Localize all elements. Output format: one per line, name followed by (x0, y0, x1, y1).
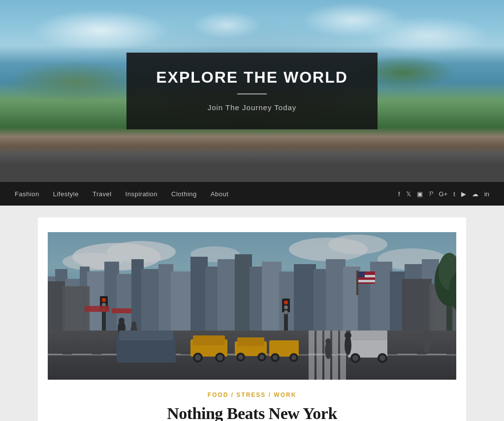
tumblr-icon[interactable]: t (453, 190, 455, 198)
pinterest-icon[interactable]: 𝓟 (429, 190, 433, 198)
nav-item-fashion[interactable]: Fashion (15, 190, 39, 198)
article-meta: FOOD / STRESS / WORK Nothing Beats New Y… (48, 380, 456, 421)
hero-box: EXPLORE THE WORLD Join The Journey Today (126, 53, 378, 129)
nav-item-lifestyle[interactable]: Lifestyle (53, 190, 79, 198)
instagram-icon[interactable]: ▣ (417, 190, 423, 198)
nav-item-clothing[interactable]: Clothing (171, 190, 197, 198)
soundcloud-icon[interactable]: ☁ (472, 190, 478, 198)
navbar: Fashion Lifestyle Travel Inspiration Clo… (0, 182, 504, 206)
googleplus-icon[interactable]: G+ (439, 190, 448, 198)
linkedin-icon[interactable]: in (484, 190, 489, 198)
article-image (48, 232, 456, 380)
hero-subtitle: Join The Journey Today (156, 103, 348, 112)
youtube-icon[interactable]: ▶ (461, 190, 466, 198)
nav-item-inspiration[interactable]: Inspiration (126, 190, 158, 198)
article-title: Nothing Beats New York (58, 404, 446, 421)
twitter-icon[interactable]: 𝕏 (406, 190, 411, 198)
hero-section: EXPLORE THE WORLD Join The Journey Today (0, 0, 504, 182)
nav-social: f 𝕏 ▣ 𝓟 G+ t ▶ ☁ in (398, 190, 489, 198)
svg-rect-106 (48, 232, 456, 380)
nav-item-travel[interactable]: Travel (93, 190, 112, 198)
facebook-icon[interactable]: f (398, 190, 400, 198)
main-content: FOOD / STRESS / WORK Nothing Beats New Y… (38, 217, 466, 421)
article-categories: FOOD / STRESS / WORK (58, 391, 446, 398)
hero-title: EXPLORE THE WORLD (156, 68, 348, 87)
nav-item-about[interactable]: About (211, 190, 228, 198)
nav-links: Fashion Lifestyle Travel Inspiration Clo… (15, 190, 228, 198)
hero-divider (237, 93, 267, 94)
